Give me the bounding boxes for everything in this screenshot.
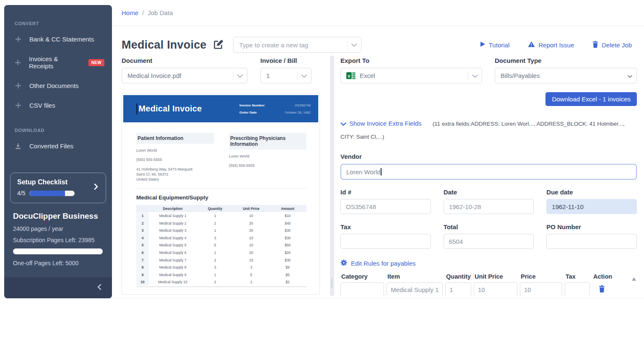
- invoice-number-label: Invoice Number: [239, 103, 265, 107]
- line-item-tax-input[interactable]: [565, 282, 590, 296]
- chevron-down-icon: [237, 72, 243, 79]
- select-divider: [297, 71, 298, 80]
- line-items-header: Category Item Quantity Unit Price Price …: [340, 272, 637, 282]
- sidebar-section-convert: CONVERT: [4, 21, 112, 26]
- sidebar-collapse-button[interactable]: [4, 277, 112, 298]
- export-to-label: Export To: [340, 57, 482, 64]
- tag-input[interactable]: [236, 41, 345, 49]
- tutorial-button[interactable]: Tutorial: [480, 41, 509, 49]
- date-label: Date: [444, 189, 534, 196]
- physician-heading: Prescribing Physicians Information: [229, 133, 306, 150]
- breadcrumb-home-link[interactable]: Home: [122, 9, 138, 16]
- breadcrumb: Home / Job Data: [112, 0, 644, 26]
- patient-name: Loren World: [136, 148, 214, 153]
- export-to-value: Excel: [360, 72, 465, 79]
- line-item-price-input[interactable]: [520, 282, 562, 296]
- sidebar-item-converted-files[interactable]: Converted Files: [4, 136, 112, 156]
- invoice-bill-select[interactable]: 1: [260, 68, 312, 83]
- chevron-right-icon: [93, 183, 99, 192]
- report-issue-label: Report Issue: [538, 41, 574, 49]
- vendor-input[interactable]: Loren World: [340, 164, 637, 180]
- order-date-label: Order Date: [239, 111, 265, 114]
- panel-resize-handle[interactable]: [330, 56, 334, 296]
- date-input[interactable]: [444, 199, 534, 214]
- document-select-value: Medical Invoice.pdf: [127, 72, 231, 79]
- export-to-select[interactable]: x Excel: [340, 68, 482, 83]
- plus-icon: [15, 102, 21, 109]
- pdf-preview[interactable]: Medical Invoice Invoice Number OS356748 …: [122, 93, 320, 295]
- line-item-unit-price-input[interactable]: [474, 282, 517, 296]
- line-item-item-input[interactable]: [387, 282, 443, 296]
- due-date-input[interactable]: [546, 199, 637, 214]
- svg-text:x: x: [348, 74, 351, 78]
- total-label: Total: [444, 223, 534, 230]
- physician-phone: (555) 555-5555: [229, 163, 306, 168]
- tax-input[interactable]: [340, 234, 431, 249]
- app-root: CONVERT Bank & CC Statements Invoices & …: [0, 0, 644, 362]
- edit-title-icon[interactable]: [212, 39, 223, 52]
- physician-name: Loren World: [229, 154, 306, 159]
- tag-select-divider: [347, 41, 348, 49]
- plus-icon: [15, 36, 21, 42]
- table-row: 5Medical Supply 5510$50: [136, 242, 306, 249]
- play-icon: [480, 41, 486, 49]
- show-extra-fields-toggle[interactable]: Show Invoice Extra Fields: [340, 120, 422, 127]
- drag-grip-icon: [331, 278, 333, 288]
- id-label: Id #: [340, 189, 431, 196]
- id-input[interactable]: [340, 199, 431, 214]
- sidebar-item-label: Other Documents: [29, 82, 79, 89]
- table-row: 6Medical Supply 6120$20: [136, 249, 306, 256]
- edit-rules-button[interactable]: Edit Rules for payables: [340, 259, 415, 267]
- chevron-down-icon: [628, 72, 632, 79]
- report-issue-button[interactable]: Report Issue: [528, 41, 574, 49]
- subscription-progress-bar: [13, 248, 103, 254]
- excel-icon: x: [346, 71, 356, 80]
- sidebar-section-download: DOWNLOAD: [4, 128, 112, 133]
- checklist-title: Setup Checklist: [17, 178, 93, 186]
- job-actions: Tutorial Report Issue Delete Job: [480, 41, 637, 49]
- vendor-label: Vendor: [340, 153, 637, 160]
- pdf-body: Patient Information Loren World (555) 55…: [123, 122, 318, 287]
- table-footer-line: [136, 287, 306, 287]
- show-extra-fields-label: Show Invoice Extra Fields: [349, 120, 422, 127]
- document-select[interactable]: Medical Invoice.pdf: [122, 68, 247, 83]
- chevron-left-icon: [97, 284, 102, 292]
- checklist-progress-count: 4/5: [17, 190, 25, 197]
- sidebar-item-other-documents[interactable]: Other Documents: [4, 76, 112, 96]
- text-caret: [136, 103, 138, 114]
- line-item-row: [340, 282, 637, 296]
- po-number-input[interactable]: [546, 234, 637, 249]
- scroll-top-icon[interactable]: [631, 275, 636, 282]
- table-row: 7Medical Supply 7215$30: [136, 256, 306, 264]
- download-excel-button[interactable]: Download Excel - 1 invoices: [545, 92, 637, 106]
- plan-quota: 24000 pages / year: [13, 225, 103, 232]
- warning-icon: [528, 41, 535, 49]
- total-input[interactable]: [444, 234, 534, 249]
- sidebar-item-invoices-receipts[interactable]: Invoices & Receipts NEW: [4, 49, 112, 76]
- sidebar-item-csv-files[interactable]: CSV files: [4, 96, 112, 115]
- setup-checklist-card[interactable]: Setup Checklist 4/5: [10, 173, 106, 203]
- chevron-down-icon[interactable]: [351, 41, 357, 49]
- delete-row-trash-icon[interactable]: [599, 285, 605, 294]
- equipment-heading: Medical Equipment/Supply: [136, 194, 306, 201]
- chevron-down-icon: [472, 72, 478, 79]
- sidebar-item-label: Invoices & Receipts: [29, 55, 80, 70]
- sidebar-item-bank-cc-statements[interactable]: Bank & CC Statements: [4, 29, 112, 49]
- tax-label: Tax: [340, 223, 431, 230]
- document-type-select[interactable]: Bills/Payables: [495, 68, 637, 83]
- invoice-bill-label: Invoice / Bill: [260, 57, 312, 64]
- breadcrumb-separator: /: [142, 9, 144, 16]
- chevron-down-icon: [301, 72, 307, 79]
- breadcrumb-current: Job Data: [148, 9, 173, 16]
- invoice-bill-value: 1: [266, 72, 295, 79]
- checklist-progress-bar: [29, 191, 75, 196]
- select-divider: [233, 71, 234, 80]
- line-item-category-input[interactable]: [340, 282, 384, 296]
- main-area: Home / Job Data Medical Invoice: [112, 0, 644, 298]
- document-label: Document: [122, 57, 247, 64]
- line-item-quantity-input[interactable]: [445, 282, 471, 296]
- vendor-value: Loren World: [346, 168, 380, 176]
- pdf-meta: Invoice Number OS356748 Order Date Octob…: [239, 103, 311, 114]
- due-date-label: Due date: [546, 189, 637, 196]
- delete-job-button[interactable]: Delete Job: [592, 41, 632, 49]
